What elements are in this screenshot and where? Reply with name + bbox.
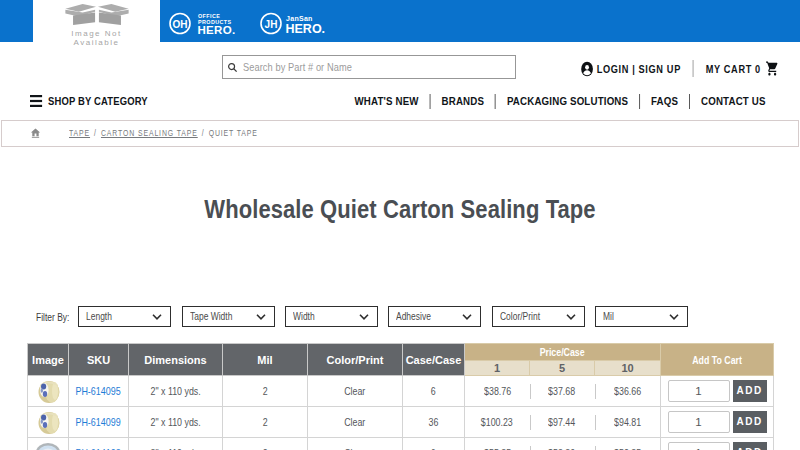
svg-text:JanSan: JanSan	[286, 15, 313, 22]
svg-text:HERO.: HERO.	[198, 24, 236, 36]
svg-text:HERO.: HERO.	[286, 22, 326, 36]
svg-text:OH: OH	[173, 19, 188, 30]
svg-text:JH: JH	[265, 19, 278, 30]
